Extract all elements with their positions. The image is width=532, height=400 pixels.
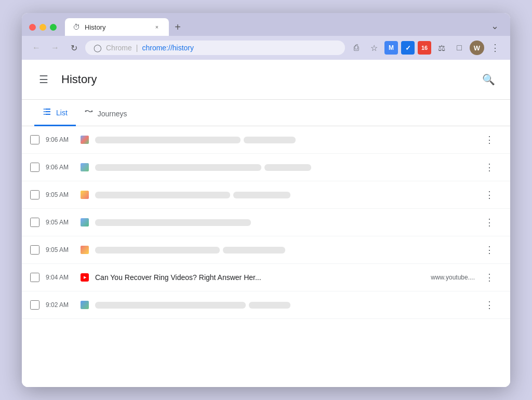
tab-list-label: List <box>56 109 68 117</box>
favicon-image <box>81 191 89 199</box>
list-item: 9:06 AM ⋮ <box>22 154 510 181</box>
item-more-button[interactable]: ⋮ <box>481 297 498 313</box>
tab-close-button[interactable]: × <box>152 22 162 32</box>
search-button[interactable]: 🔍 <box>479 70 498 89</box>
list-item: 9:04 AM Can You Recover Ring Videos? Rig… <box>22 264 510 291</box>
new-tab-button[interactable]: + <box>170 19 185 35</box>
list-icon <box>43 107 52 118</box>
item-time: 9:02 AM <box>46 301 74 309</box>
forward-button[interactable]: → <box>48 41 62 55</box>
svg-rect-1 <box>45 109 50 110</box>
item-time: 9:05 AM <box>46 191 74 198</box>
title-bar: ⏱ History × + ⌄ <box>22 13 510 36</box>
item-title: Can You Recover Ring Videos? Right Answe… <box>95 273 420 282</box>
browser-tabs: ⏱ History × + ⌄ <box>65 18 503 36</box>
svg-rect-4 <box>44 114 45 115</box>
tab-favicon: ⏱ <box>72 23 81 31</box>
history-list[interactable]: 9:06 AM ⋮ 9:06 AM <box>22 126 510 387</box>
check-extension-button[interactable]: ✓ <box>401 41 415 55</box>
favicon-image <box>81 301 89 309</box>
item-checkbox[interactable] <box>30 300 39 310</box>
svg-rect-2 <box>44 111 45 112</box>
domain-blur <box>223 247 285 254</box>
hamburger-menu-button[interactable]: ☰ <box>34 70 53 89</box>
item-more-button[interactable]: ⋮ <box>481 269 498 286</box>
extensions-button[interactable]: ⚖ <box>434 41 449 55</box>
item-favicon <box>81 246 89 254</box>
list-item: 9:05 AM ⋮ <box>22 181 510 209</box>
item-content-blurred <box>95 164 475 171</box>
item-favicon <box>81 218 89 226</box>
svg-point-7 <box>91 110 92 112</box>
title-blur <box>95 302 246 309</box>
share-button[interactable]: ⎙ <box>349 41 364 55</box>
title-blur <box>95 137 241 143</box>
address-bar[interactable]: ◯ Chrome | chrome://history <box>85 41 345 55</box>
favicon-image <box>81 136 89 144</box>
bookmark-button[interactable]: ☆ <box>367 41 381 55</box>
item-checkbox[interactable] <box>30 190 39 199</box>
browser-menu-button[interactable]: ⋮ <box>487 40 503 56</box>
item-checkbox[interactable] <box>30 273 39 282</box>
puzzle-icon: ⚖ <box>438 43 445 53</box>
journeys-icon <box>84 108 94 119</box>
split-screen-icon: □ <box>457 43 462 52</box>
active-tab[interactable]: ⏱ History × <box>65 18 169 36</box>
page-title: History <box>61 73 97 86</box>
item-time: 9:06 AM <box>46 136 74 143</box>
svg-rect-3 <box>45 111 50 112</box>
item-checkbox[interactable] <box>30 245 39 255</box>
item-more-button[interactable]: ⋮ <box>481 186 498 203</box>
list-item: 9:05 AM ⋮ <box>22 236 510 264</box>
item-time: 9:04 AM <box>46 274 74 281</box>
bookmark-icon: ☆ <box>370 43 378 53</box>
domain-blur <box>233 192 290 198</box>
title-blur <box>95 164 261 171</box>
youtube-favicon <box>81 273 89 282</box>
tab-list[interactable]: List <box>34 100 76 126</box>
item-time: 9:05 AM <box>46 246 74 254</box>
window-controls <box>29 24 57 31</box>
tab-journeys[interactable]: Journeys <box>76 101 136 126</box>
gmail-extension-button[interactable]: M <box>384 41 398 55</box>
minimize-button[interactable] <box>39 24 46 31</box>
item-more-button[interactable]: ⋮ <box>481 242 498 258</box>
title-blur <box>95 192 230 198</box>
item-content-blurred <box>95 219 475 226</box>
refresh-button[interactable]: ↻ <box>66 41 81 55</box>
search-icon: 🔍 <box>482 73 495 86</box>
item-favicon <box>81 136 89 144</box>
back-button[interactable]: ← <box>29 41 44 55</box>
domain-blur <box>244 137 296 143</box>
maximize-button[interactable] <box>50 24 57 31</box>
item-more-button[interactable]: ⋮ <box>481 159 498 176</box>
item-time: 9:05 AM <box>46 219 74 226</box>
list-item: 9:05 AM ⋮ <box>22 209 510 236</box>
number-extension-button[interactable]: 16 <box>418 41 431 55</box>
item-checkbox[interactable] <box>30 135 39 144</box>
page-content: ☰ History 🔍 <box>22 60 510 387</box>
svg-point-6 <box>85 110 86 112</box>
item-content-blurred <box>95 137 475 143</box>
item-checkbox[interactable] <box>30 163 39 172</box>
item-favicon <box>81 273 89 282</box>
item-content-blurred <box>95 302 475 309</box>
domain-blur <box>249 302 290 309</box>
item-favicon <box>81 301 89 309</box>
list-item: 9:06 AM ⋮ <box>22 126 510 154</box>
favicon-image <box>81 246 89 254</box>
item-more-button[interactable]: ⋮ <box>481 214 498 231</box>
hamburger-icon: ☰ <box>39 73 48 86</box>
title-blur <box>95 247 220 254</box>
check-icon: ✓ <box>405 44 411 52</box>
header-left: ☰ History <box>34 70 97 89</box>
tabs-dropdown-button[interactable]: ⌄ <box>487 18 503 34</box>
item-favicon <box>81 191 89 199</box>
close-button[interactable] <box>29 24 36 31</box>
omnibar-actions: ⎙ ☆ M ✓ 16 ⚖ □ W ⋮ <box>349 40 503 56</box>
item-more-button[interactable]: ⋮ <box>481 131 498 148</box>
omnibar: ← → ↻ ◯ Chrome | chrome://history ⎙ ☆ M … <box>22 36 510 60</box>
split-screen-button[interactable]: □ <box>452 41 467 55</box>
profile-button[interactable]: W <box>470 41 484 55</box>
item-checkbox[interactable] <box>30 218 39 227</box>
